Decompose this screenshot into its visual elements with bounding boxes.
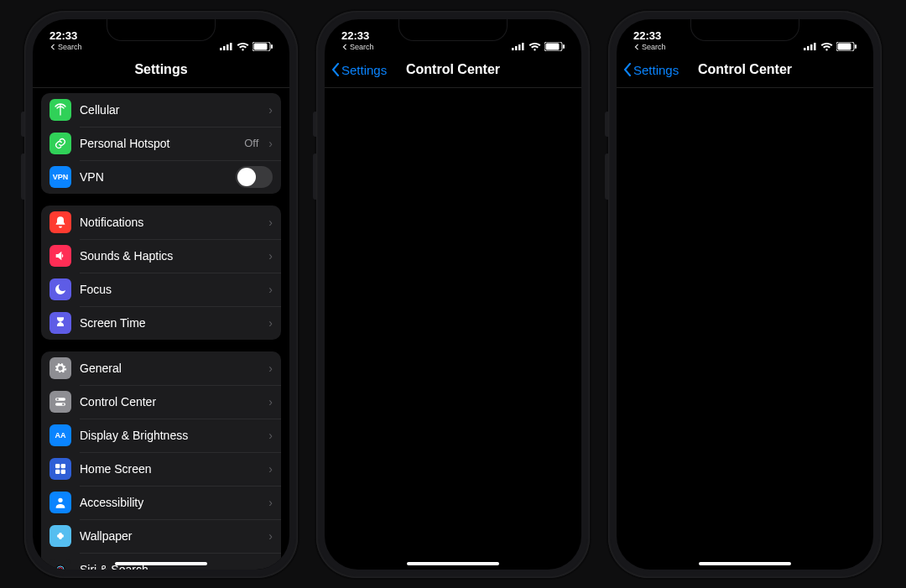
svg-rect-1 (223, 46, 226, 50)
svg-rect-30 (512, 48, 514, 50)
row-label: Home Screen (80, 462, 260, 476)
svg-rect-13 (55, 469, 60, 473)
nav-bar: Settings (33, 53, 289, 88)
wifi-icon (528, 42, 541, 51)
page-title: Settings (134, 62, 187, 77)
svg-rect-2 (226, 44, 229, 50)
svg-rect-35 (546, 43, 560, 49)
svg-rect-0 (220, 48, 222, 50)
settings-row[interactable]: Sounds & Haptics› (41, 239, 281, 273)
moon-icon (49, 278, 71, 300)
svg-rect-36 (563, 44, 565, 49)
status-time: 22:33 (49, 29, 77, 42)
battery-icon (836, 42, 857, 51)
row-label: General (80, 362, 260, 375)
chevron-right-icon: › (268, 137, 273, 150)
home-indicator[interactable] (407, 562, 499, 565)
back-search[interactable]: Search (49, 43, 82, 51)
settings-row[interactable]: Screen Time› (41, 306, 281, 340)
nav-bar: Settings Control Center (325, 53, 581, 88)
settings-row[interactable]: Focus› (41, 273, 281, 306)
siri-icon (49, 559, 71, 570)
page-title: Control Center (698, 62, 792, 77)
switches-icon (49, 391, 71, 413)
svg-rect-42 (838, 43, 851, 49)
settings-row[interactable]: Siri & Search› (41, 553, 281, 570)
settings-row[interactable]: AADisplay & Brightness› (41, 419, 281, 452)
toggle-switch[interactable] (236, 166, 273, 188)
chevron-right-icon: › (268, 496, 273, 509)
svg-rect-33 (522, 43, 524, 50)
speaker-icon (49, 245, 71, 267)
settings-row[interactable]: Wallpaper› (41, 519, 281, 553)
status-time: 22:33 (341, 29, 369, 42)
settings-row[interactable]: General› (41, 351, 281, 385)
battery-icon (544, 42, 565, 51)
settings-row[interactable]: Accessibility› (41, 486, 281, 519)
nav-bar: Settings Control Center (617, 53, 873, 88)
notch (107, 19, 216, 41)
chevron-right-icon: › (268, 395, 273, 408)
svg-rect-32 (518, 44, 521, 50)
row-label: Focus (80, 283, 260, 296)
row-label: Accessibility (80, 496, 260, 509)
chevron-right-icon: › (268, 283, 273, 296)
back-search[interactable]: Search (633, 43, 666, 51)
chevron-right-icon: › (268, 316, 273, 330)
settings-row[interactable]: VPNVPN (41, 160, 281, 194)
svg-rect-11 (55, 464, 60, 468)
row-label: Control Center (80, 395, 260, 408)
battery-icon (253, 42, 273, 51)
settings-row[interactable]: Notifications› (41, 206, 281, 239)
row-label: VPN (80, 170, 227, 184)
nav-back-button[interactable]: Settings (623, 53, 679, 87)
bell-icon (49, 211, 71, 233)
notch (690, 19, 799, 41)
phone-frame-2: 22:33 Search Settings Control Center (316, 11, 590, 578)
chevron-right-icon: › (268, 249, 273, 263)
flower-icon (49, 525, 71, 547)
svg-rect-40 (814, 43, 816, 50)
chevron-right-icon: › (268, 362, 273, 375)
svg-rect-14 (61, 469, 65, 473)
wifi-icon (237, 42, 249, 51)
nav-back-button[interactable]: Settings (331, 53, 387, 87)
hourglass-icon (49, 312, 71, 334)
svg-rect-37 (804, 48, 806, 50)
svg-rect-6 (271, 44, 273, 49)
link-icon (49, 133, 71, 154)
phone-frame-3: 22:33 Search Settings Control Center (608, 11, 882, 578)
svg-rect-5 (254, 43, 268, 49)
row-label: Cellular (80, 103, 260, 117)
home-indicator[interactable] (115, 562, 207, 565)
status-time: 22:33 (633, 29, 661, 42)
svg-rect-12 (61, 464, 65, 468)
settings-row[interactable]: Cellular› (41, 93, 281, 127)
settings-row[interactable]: Personal HotspotOff› (41, 127, 281, 160)
row-label: Screen Time (80, 316, 260, 330)
vpn-icon: VPN (49, 166, 71, 188)
home-indicator[interactable] (699, 562, 791, 565)
svg-point-8 (56, 398, 58, 399)
phone-frame-1: 22:33 Search Settings Cellular›Personal … (24, 11, 298, 578)
back-search[interactable]: Search (341, 43, 374, 51)
svg-rect-31 (515, 46, 518, 50)
row-trailing-value: Off (244, 137, 258, 149)
grid-icon (49, 458, 71, 480)
settings-row[interactable]: Home Screen› (41, 452, 281, 486)
signal-icon (220, 42, 233, 50)
notch (398, 19, 508, 41)
chevron-right-icon: › (268, 216, 273, 229)
svg-rect-43 (855, 44, 857, 49)
page-title: Control Center (406, 62, 500, 77)
chevron-right-icon: › (268, 103, 273, 117)
antenna-icon (49, 99, 71, 121)
person-icon (49, 492, 71, 513)
signal-icon (512, 42, 525, 50)
chevron-right-icon: › (268, 529, 273, 543)
settings-row[interactable]: Control Center› (41, 385, 281, 419)
row-label: Sounds & Haptics (80, 249, 260, 263)
chevron-right-icon: › (268, 429, 273, 442)
svg-rect-38 (807, 46, 810, 50)
wifi-icon (820, 42, 833, 51)
